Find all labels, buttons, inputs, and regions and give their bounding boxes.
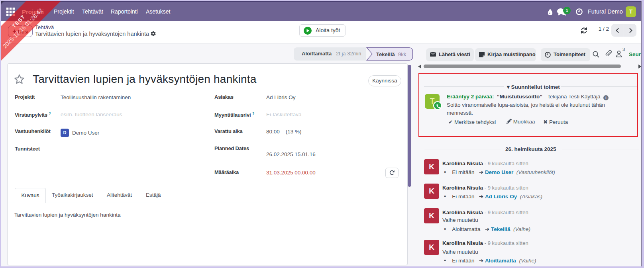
svg-text:Tekeillä: Tekeillä — [376, 51, 395, 57]
svg-text:9kk: 9kk — [398, 51, 406, 57]
